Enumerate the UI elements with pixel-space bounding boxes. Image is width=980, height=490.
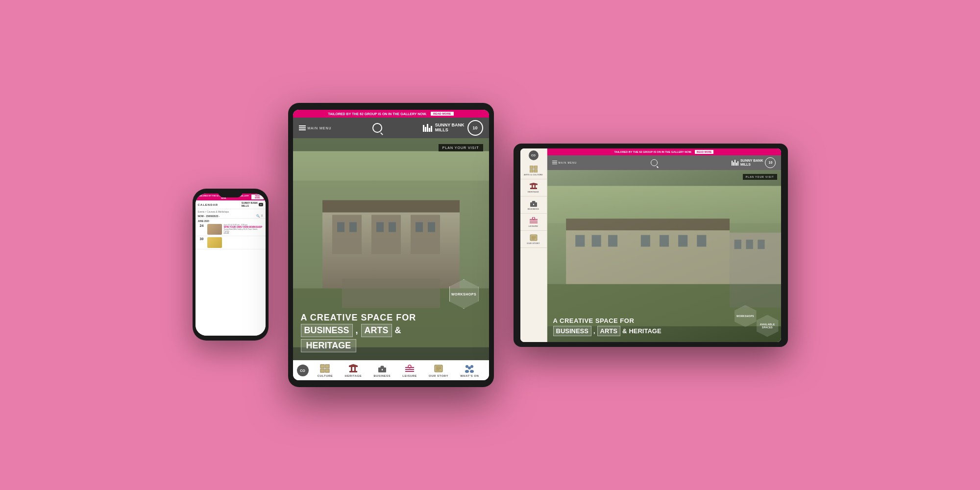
svg-rect-18 — [325, 369, 329, 372]
tp-banner-btn[interactable]: READ MORE — [431, 112, 454, 116]
tp-logo: SUNNY BANK MILLS 10 — [423, 120, 483, 136]
tp-header: MAIN MENU SUNNY BANK MILLS — [293, 118, 489, 138]
phone-search-icon[interactable]: 🔍 — [256, 214, 260, 218]
svg-rect-8 — [349, 222, 357, 232]
svg-rect-53 — [530, 220, 538, 221]
tl-search-icon[interactable] — [651, 159, 658, 166]
tp-search-icon[interactable] — [372, 123, 382, 133]
svg-rect-67 — [640, 235, 650, 246]
tl-hero-word2: ARTS — [597, 326, 620, 336]
tp-plan-visit-btn[interactable]: PLAN YOUR VISIT — [439, 144, 483, 151]
svg-rect-68 — [659, 235, 668, 246]
tp-hero-word1: BUSINESS — [301, 324, 353, 337]
tp-menu-label: MAIN MENU — [308, 126, 332, 130]
tl-main-menu[interactable]: MAIN MENU — [552, 161, 577, 165]
svg-rect-40 — [530, 166, 533, 169]
tl-arts-culture-label: ARTS & CULTURE — [524, 173, 543, 176]
svg-rect-46 — [534, 185, 536, 189]
tp-hero-comma: , — [356, 325, 358, 336]
svg-rect-15 — [320, 365, 324, 368]
tp-hero-text: A CREATIVE SPACE FOR BUSINESS , ARTS & H… — [293, 307, 489, 360]
phone-event-item-2: 30 — [196, 236, 266, 249]
svg-rect-6 — [322, 200, 460, 213]
svg-rect-65 — [591, 235, 601, 246]
svg-rect-66 — [608, 235, 617, 246]
tablet-portrait-device: TAILORED BY THE 62 GROUP IS ON IN THE GA… — [288, 103, 494, 387]
phone-date-text: NOW - 15/09/2023 - — [198, 215, 220, 218]
tp-hero-line1: A CREATIVE SPACE FOR — [301, 313, 481, 322]
phone-event-date-2: 30 — [198, 237, 206, 248]
svg-rect-63 — [566, 219, 730, 230]
tp-main-menu[interactable]: MAIN MENU — [299, 125, 332, 130]
svg-rect-10 — [389, 222, 396, 232]
svg-marker-48 — [530, 183, 538, 184]
svg-point-36 — [470, 365, 473, 368]
tp-nav-co-badge: CO — [297, 365, 309, 376]
tl-plan-visit-btn[interactable]: PLAN YOUR VISIT — [743, 174, 777, 180]
svg-point-37 — [468, 367, 471, 369]
tp-nav-leisure[interactable]: LEISURE — [402, 364, 417, 377]
tl-hero-comma: , — [593, 327, 595, 335]
svg-rect-25 — [381, 366, 384, 368]
svg-rect-9 — [376, 222, 384, 232]
tl-heritage-icon — [529, 182, 538, 190]
svg-rect-19 — [349, 371, 357, 372]
svg-rect-75 — [758, 240, 764, 249]
phone-search-filter-icons: 🔍 ≡ — [256, 214, 263, 218]
tl-sidebar-our-story[interactable]: OUR STORY — [520, 231, 547, 248]
tl-logo-text: SUNNY BANK MILLS — [740, 159, 763, 166]
tp-nav-business[interactable]: BUSINESS — [373, 364, 391, 377]
tp-nav-leisure-label: LEISURE — [402, 374, 417, 377]
tp-nav-whats-on[interactable]: WHAT'S ON — [460, 364, 479, 377]
tl-hero-text: A CREATIVE SPACE FOR BUSINESS , ARTS & H… — [547, 313, 781, 342]
tp-logo-bars — [423, 124, 432, 132]
svg-rect-16 — [325, 365, 329, 368]
tl-heritage-label: HERITAGE — [528, 191, 539, 193]
phone-header-title: CALENDAR — [198, 203, 219, 206]
tp-nav-culture[interactable]: CULTURE — [318, 364, 333, 377]
phone-banner-btn[interactable]: READ MORE — [251, 195, 263, 199]
tp-nav-heritage-label: HERITAGE — [345, 374, 362, 377]
svg-rect-29 — [405, 371, 414, 372]
svg-rect-12 — [428, 222, 435, 232]
svg-rect-5 — [411, 215, 440, 254]
tl-leisure-icon — [529, 217, 538, 224]
tl-sidebar-co-badge: CO — [529, 150, 539, 160]
phone-filter-icon[interactable]: ≡ — [261, 214, 263, 218]
ourstory-icon — [433, 364, 444, 373]
tp-hero: PLAN YOUR VISIT WORKSHOPS A CREATIVE SPA… — [293, 138, 489, 360]
tl-main: TAILORED BY THE 62 GROUP IS ON IN THE GA… — [547, 148, 781, 342]
hamburger-icon — [299, 125, 306, 130]
tl-banner-btn[interactable]: READ MORE — [695, 150, 714, 154]
tp-nav-our-story[interactable]: OUR STORY — [429, 364, 448, 377]
svg-rect-45 — [532, 185, 533, 189]
tp-hero-line2: BUSINESS , ARTS & — [301, 324, 481, 337]
phone-logo-text: SUNNY BANK MILLS — [242, 202, 258, 207]
tl-hero-line2: BUSINESS , ARTS & HERITAGE — [553, 326, 775, 336]
svg-rect-44 — [530, 188, 537, 189]
phone-screen: TAILORED BY THE 62 GROUP IS ON IN THE GA… — [196, 194, 266, 336]
svg-rect-26 — [382, 369, 383, 370]
tp-nav-heritage[interactable]: HERITAGE — [345, 364, 362, 377]
leisure-icon — [404, 364, 416, 373]
tl-sidebar-heritage[interactable]: HERITAGE — [520, 179, 547, 196]
tl-ourstory-label: OUR STORY — [527, 242, 539, 245]
tl-sidebar-leisure[interactable]: LEISURE — [520, 214, 547, 231]
svg-rect-17 — [320, 369, 324, 372]
tl-sidebar-arts-culture[interactable]: ARTS & CULTURE — [520, 162, 547, 179]
svg-rect-7 — [337, 222, 344, 232]
tp-workshops-hex[interactable]: WORKSHOPS — [449, 279, 481, 311]
phone-logo: SUNNY BANK MILLS 10 — [242, 202, 263, 207]
tl-banner: TAILORED BY THE 62 GROUP IS ON IN THE GA… — [547, 148, 781, 155]
tl-logo-bars — [732, 160, 738, 166]
tp-nav-culture-label: CULTURE — [318, 374, 333, 377]
svg-rect-73 — [734, 240, 741, 249]
tl-logo: SUNNY BANK MILLS 10 — [732, 157, 776, 168]
tl-sidebar-business[interactable]: BUSINESS — [520, 196, 547, 214]
phone-breadcrumb: Events > Courses & Workshops — [196, 209, 266, 214]
svg-rect-47 — [530, 184, 538, 185]
tl-business-icon — [529, 199, 538, 207]
svg-rect-42 — [530, 170, 533, 172]
tl-hero-word1: BUSINESS — [553, 326, 591, 336]
tl-business-label: BUSINESS — [528, 208, 539, 210]
